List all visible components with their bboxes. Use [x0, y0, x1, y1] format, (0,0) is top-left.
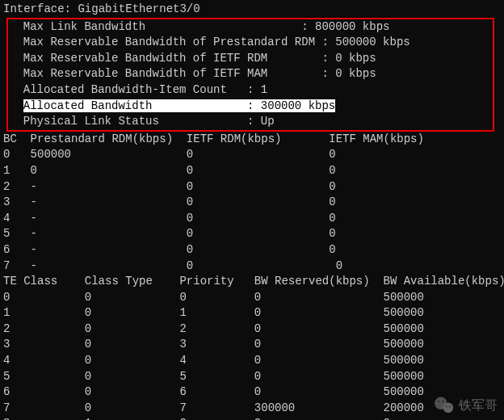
interface-label: Interface:	[3, 2, 78, 15]
te-row: 6 0 6 0 500000	[3, 384, 501, 401]
svg-point-2	[438, 401, 439, 402]
te-row: 2 0 2 0 500000	[3, 321, 501, 338]
bc-table-header: BC Prestandard RDM(kbps) IETF RDM(kbps) …	[3, 132, 501, 148]
te-class-table-body: 0 0 0 0 5000001 0 1 0 5000002 0 2 0 5000…	[3, 290, 501, 420]
max-link-bandwidth: Max Link Bandwidth : 800000 kbps	[10, 19, 491, 36]
watermark-overlay: 铁军哥	[433, 394, 498, 417]
max-reservable-prestandard-rdm: Max Reservable Bandwidth of Prestandard …	[10, 35, 491, 51]
bc-row: 7 - 0 0	[3, 258, 501, 275]
bc-row: 4 - 0 0	[3, 211, 501, 227]
bc-row: 5 - 0 0	[3, 226, 501, 242]
max-reservable-ietf-rdm: Max Reservable Bandwidth of IETF RDM : 0…	[10, 51, 491, 67]
allocated-bandwidth-highlight: Allocated Bandwidth : 300000 kbps	[23, 99, 335, 112]
allocated-bandwidth-prefix	[10, 99, 23, 112]
interface-line: Interface: GigabitEthernet3/0	[3, 2, 501, 18]
max-reservable-ietf-mam: Max Reservable Bandwidth of IETF MAM : 0…	[10, 66, 491, 82]
bc-row: 6 - 0 0	[3, 242, 501, 258]
bc-row: 0 500000 0 0	[3, 147, 501, 163]
svg-point-3	[443, 401, 444, 402]
bc-table-body: 0 500000 0 01 0 0 02 - 0 03 - 0 04	[3, 147, 501, 274]
svg-point-1	[443, 403, 454, 414]
te-class-table-header: TE Class Class Type Priority BW Reserved…	[3, 274, 501, 290]
te-row: 3 0 3 0 500000	[3, 337, 501, 353]
te-row: 8 1 0 0 0	[3, 416, 501, 420]
bc-row: 3 - 0 0	[3, 195, 501, 211]
bc-row: 2 - 0 0	[3, 179, 501, 195]
interface-name: GigabitEthernet3/0	[78, 2, 200, 15]
te-row: 1 0 1 0 500000	[3, 305, 501, 321]
allocated-bandwidth-line: Allocated Bandwidth : 300000 kbps	[10, 99, 491, 115]
allocated-bandwidth-item-count: Allocated Bandwidth-Item Count : 1	[10, 82, 491, 99]
wechat-icon	[433, 394, 456, 417]
te-row: 4 0 4 0 500000	[3, 353, 501, 369]
svg-point-5	[449, 406, 451, 408]
te-row: 7 0 7 300000 200000	[3, 401, 501, 417]
te-row: 0 0 0 0 500000	[3, 290, 501, 306]
bc-row: 1 0 0 0	[3, 163, 501, 179]
te-row: 5 0 5 0 500000	[3, 369, 501, 385]
watermark-text: 铁军哥	[459, 397, 498, 414]
physical-link-status: Physical Link Status : Up	[10, 114, 491, 130]
highlighted-bandwidth-box: Max Link Bandwidth : 800000 kbps Max Res…	[6, 18, 494, 132]
svg-point-4	[446, 406, 447, 408]
